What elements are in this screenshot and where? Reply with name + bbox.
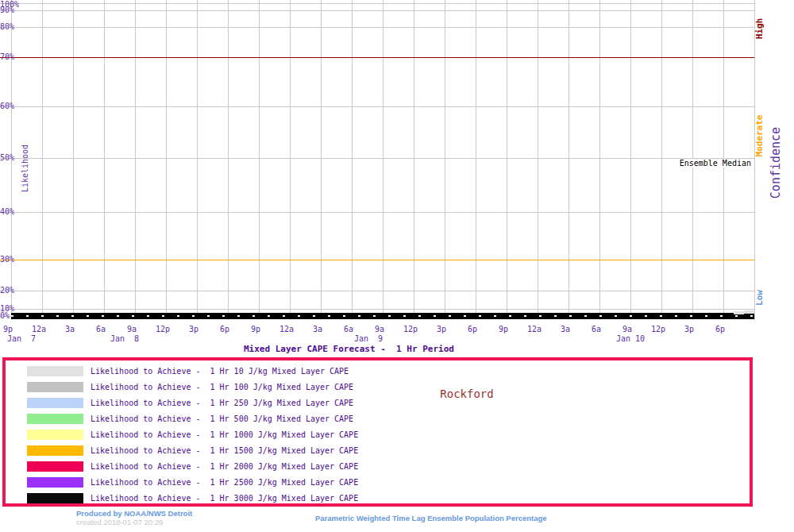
gridline-vertical: [445, 0, 445, 320]
gridline-vertical: [661, 0, 662, 320]
y-tick-label: 80%: [0, 22, 14, 31]
plot-area: Likelihood Confidence Ensemble Median 10…: [0, 0, 794, 320]
legend-swatch: [27, 414, 83, 424]
legend-label: Likelihood to Achieve - 1 Hr 250 J/kg Mi…: [91, 398, 353, 408]
x-tick-label: 3a: [561, 325, 570, 333]
x-tick-label: 9a: [127, 325, 137, 333]
x-tick-label: 3p: [437, 325, 446, 333]
legend-swatch: [27, 461, 83, 472]
y-tick-label: 30%: [0, 255, 14, 264]
y-axis-label: Likelihood: [21, 145, 29, 192]
gridline-vertical: [569, 0, 569, 320]
x-tick-label: 9p: [251, 325, 260, 333]
gridline-horizontal: [0, 3, 754, 4]
x-tick-label: 9p: [499, 325, 508, 333]
gridline-horizontal: [0, 212, 754, 213]
gridline-horizontal: [0, 106, 754, 107]
legend-label: Likelihood to Achieve - 1 Hr 500 J/kg Mi…: [91, 414, 353, 424]
x-tick-label: 3a: [65, 325, 75, 333]
gridline-vertical: [754, 0, 755, 320]
x-date-label: Jan 8: [110, 334, 139, 343]
confidence-band-label: Moderate: [754, 115, 765, 157]
x-tick-label: 12a: [32, 325, 46, 333]
gridline-horizontal: [0, 291, 754, 291]
y-tick-label: 0%: [0, 311, 10, 320]
legend-swatch: [27, 445, 83, 456]
x-tick-label: 12p: [156, 325, 170, 333]
gridline-vertical: [383, 0, 384, 320]
x-tick-label: 6a: [344, 325, 353, 333]
x-date-label: Jan 9: [354, 334, 383, 343]
gridline-vertical: [197, 0, 198, 320]
legend-swatch: [27, 366, 83, 376]
gridline-vertical: [630, 0, 631, 320]
ensemble-median-dashes: [11, 315, 754, 317]
gridline-horizontal: [0, 309, 754, 310]
confidence-band-label: Low: [754, 290, 765, 306]
confidence-band-label: High: [754, 18, 765, 40]
x-tick-label: 9a: [375, 325, 384, 333]
x-tick-label: 9a: [622, 325, 632, 333]
x-tick-label: 12p: [403, 325, 418, 333]
y-tick-label: 50%: [0, 153, 14, 162]
x-tick-label: 6a: [592, 325, 601, 333]
gridline-vertical: [228, 0, 229, 320]
legend-label: Likelihood to Achieve - 1 Hr 1000 J/kg M…: [91, 430, 358, 440]
cape-forecast-chart: Likelihood Confidence Ensemble Median 10…: [0, 0, 794, 532]
gridline-vertical: [73, 0, 74, 320]
x-tick-label: 9p: [3, 325, 13, 333]
legend-label: Likelihood to Achieve - 1 Hr 3000 J/kg M…: [91, 493, 358, 503]
gridline-vertical: [507, 0, 507, 320]
gridline-vertical: [538, 0, 538, 320]
legend-swatch: [27, 430, 83, 440]
legend-label: Likelihood to Achieve - 1 Hr 100 J/kg Mi…: [91, 382, 353, 392]
x-tick-label: 6p: [468, 325, 477, 333]
gridline-horizontal: [0, 158, 754, 159]
x-date-label: Jan 7: [7, 334, 36, 343]
threshold-line: [0, 57, 754, 58]
footer-produced-by: Produced by NOAA/NWS Detroit: [76, 509, 192, 518]
x-tick-label: 3a: [313, 325, 322, 333]
threshold-line: [0, 260, 754, 260]
legend-box: Likelihood to Achieve - 1 Hr 10 J/kg Mix…: [2, 357, 753, 507]
gridline-vertical: [104, 0, 105, 320]
y-tick-label: 60%: [0, 102, 14, 110]
gridline-vertical: [414, 0, 414, 320]
gridline-vertical: [321, 0, 322, 320]
x-tick-label: 3p: [189, 325, 198, 333]
series-end-rise: [734, 311, 744, 314]
footer-method-label: Parametric Weighted Time Lag Ensemble Po…: [315, 514, 547, 522]
right-axis-label: Confidence: [769, 127, 783, 199]
gridline-vertical: [599, 0, 600, 320]
gridline-horizontal: [0, 10, 754, 11]
x-tick-label: 12a: [527, 325, 542, 333]
gridline-vertical: [476, 0, 476, 320]
x-date-label: Jan 10: [616, 334, 645, 343]
gridline-vertical: [42, 0, 43, 320]
gridline-horizontal: [0, 27, 754, 28]
chart-title: Mixed Layer CAPE Forecast - 1 Hr Period: [244, 344, 454, 354]
x-tick-label: 12a: [279, 325, 294, 333]
x-tick-label: 6p: [715, 325, 725, 333]
gridline-vertical: [166, 0, 167, 320]
y-tick-label: 70%: [0, 52, 14, 61]
ensemble-median-label: Ensemble Median: [678, 159, 753, 168]
legend-swatch: [27, 398, 83, 408]
gridline-vertical: [352, 0, 353, 320]
x-tick-label: 12p: [651, 325, 665, 333]
gridline-vertical: [290, 0, 291, 320]
legend-label: Likelihood to Achieve - 1 Hr 2000 J/kg M…: [91, 461, 358, 472]
y-tick-label: 90%: [0, 6, 14, 14]
series-end-rise: [744, 310, 754, 314]
legend-swatch: [27, 493, 83, 503]
legend-label: Likelihood to Achieve - 1 Hr 1500 J/kg M…: [91, 445, 358, 456]
legend-label: Likelihood to Achieve - 1 Hr 2500 J/kg M…: [91, 477, 358, 488]
x-tick-label: 6a: [96, 325, 106, 333]
legend-label: Likelihood to Achieve - 1 Hr 10 J/kg Mix…: [91, 366, 349, 376]
legend-swatch: [27, 477, 83, 488]
x-tick-label: 3p: [684, 325, 694, 333]
legend-swatch: [27, 382, 83, 392]
gridline-vertical: [135, 0, 136, 320]
footer-created-timestamp: created 2018-01-07 20:29: [76, 518, 163, 526]
x-tick-label: 6p: [220, 325, 229, 333]
